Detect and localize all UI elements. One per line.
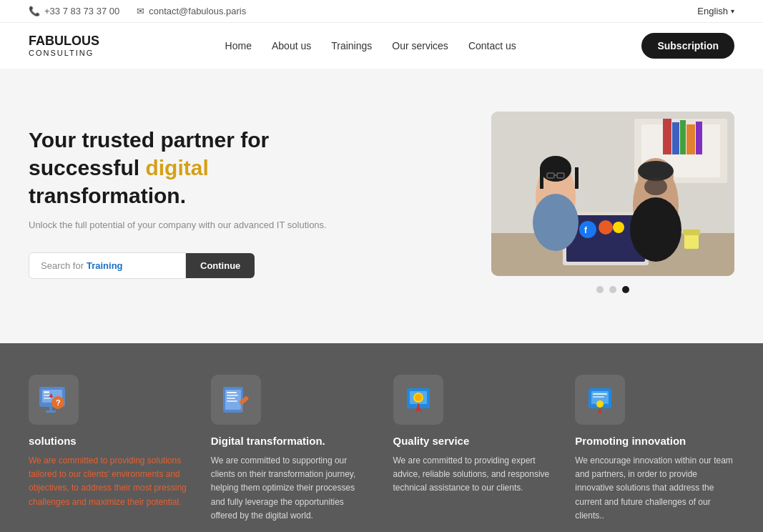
hero-text: Your trusted partner for successful digi… (29, 112, 372, 279)
svg-point-28 (644, 178, 667, 195)
nav-about[interactable]: About us (272, 40, 311, 51)
carousel-dot-1[interactable] (596, 286, 604, 293)
svg-rect-58 (593, 393, 607, 395)
svg-point-12 (579, 221, 596, 238)
hero-section: Your trusted partner for successful digi… (0, 69, 763, 322)
digital-icon (220, 384, 252, 415)
svg-rect-31 (683, 230, 700, 235)
feature-title-solutions: solutions (29, 435, 77, 447)
svg-rect-40 (46, 410, 56, 413)
language-label: English (697, 6, 728, 16)
svg-point-15 (613, 222, 624, 233)
svg-rect-36 (44, 398, 51, 399)
search-display[interactable]: Search for Training (29, 252, 186, 279)
chevron-down-icon: ▾ (731, 7, 734, 15)
feature-title-quality: Quality service (393, 435, 470, 447)
digital-icon-wrap (211, 375, 261, 425)
svg-rect-19 (540, 167, 543, 189)
language-selector[interactable]: English ▾ (697, 6, 734, 16)
solutions-icon: ? (38, 384, 69, 415)
phone-info: 📞 +33 7 83 73 37 00 (29, 6, 119, 16)
svg-point-29 (630, 197, 681, 262)
hero-image: f (491, 112, 734, 276)
feature-card-quality: Quality service We are committed to prov… (393, 375, 553, 523)
header: FABULOUS CONSULTING Home About us Traini… (0, 23, 763, 69)
email-address: contact@fabulous.paris (149, 6, 246, 16)
svg-point-27 (638, 161, 674, 181)
feature-desc-digital: We are committed to supporting our clien… (211, 454, 370, 523)
hero-image-section: f (491, 112, 734, 293)
hero-title-highlight: digital (145, 156, 208, 179)
phone-icon: 📞 (29, 6, 40, 16)
svg-rect-5 (672, 122, 679, 154)
innovation-icon (584, 384, 616, 415)
main-nav: Home About us Trainings Our services Con… (225, 40, 516, 51)
svg-marker-61 (598, 408, 602, 414)
carousel-dots (491, 286, 734, 293)
feature-title-innovation: Promoting innovation (575, 435, 686, 447)
top-bar: 📞 +33 7 83 73 37 00 ✉ contact@fabulous.p… (0, 0, 763, 23)
quality-icon (403, 384, 434, 415)
svg-text:?: ? (56, 398, 61, 407)
feature-title-digital: Digital transformation. (211, 435, 325, 447)
continue-button[interactable]: Continue (186, 253, 255, 278)
svg-rect-45 (227, 395, 238, 396)
hero-title: Your trusted partner for successful digi… (29, 126, 372, 210)
feature-desc-innovation: We encourage innovation within our team … (575, 454, 734, 523)
svg-point-18 (540, 156, 571, 182)
svg-rect-46 (227, 398, 235, 399)
svg-rect-4 (663, 119, 671, 154)
logo-sub: CONSULTING (29, 49, 99, 57)
nav-services[interactable]: Our services (392, 40, 448, 51)
svg-rect-47 (227, 400, 237, 402)
carousel-dot-3[interactable] (622, 286, 629, 293)
feature-card-digital: Digital transformation. We are committed… (211, 375, 370, 523)
feature-desc-quality: We are committed to providing expert adv… (393, 454, 553, 496)
features-section: ? solutions We are committed to providin… (0, 343, 763, 532)
svg-rect-44 (227, 392, 237, 393)
svg-rect-7 (686, 124, 695, 154)
hero-subtitle: Unlock the full potential of your compan… (29, 218, 372, 232)
feature-card-solutions: ? solutions We are committed to providin… (29, 375, 188, 523)
svg-rect-8 (696, 122, 702, 154)
email-icon: ✉ (137, 6, 144, 16)
search-training-word: Training (87, 260, 123, 271)
logo-main: FABULOUS (29, 34, 99, 49)
svg-rect-34 (44, 391, 49, 393)
subscription-button[interactable]: Subscription (641, 33, 734, 59)
email-info: ✉ contact@fabulous.paris (137, 6, 246, 16)
svg-point-53 (415, 394, 422, 401)
nav-home[interactable]: Home (225, 40, 252, 51)
hero-title-after: transformation. (29, 184, 186, 207)
svg-rect-6 (680, 120, 686, 154)
feature-card-innovation: Promoting innovation We encourage innova… (575, 375, 734, 523)
nav-trainings[interactable]: Trainings (331, 40, 372, 51)
svg-rect-20 (575, 167, 579, 189)
svg-point-60 (596, 400, 604, 408)
feature-desc-solutions: We are committed to providing solutions … (29, 454, 188, 509)
hero-search-bar: Search for Training Continue (29, 252, 372, 279)
svg-point-14 (599, 220, 613, 235)
svg-point-24 (533, 194, 579, 251)
quality-icon-wrap (393, 375, 443, 425)
logo: FABULOUS CONSULTING (29, 34, 99, 57)
svg-rect-30 (684, 233, 699, 249)
svg-rect-59 (593, 396, 604, 398)
solutions-icon-wrap: ? (29, 375, 79, 425)
hero-image-svg: f (491, 112, 734, 276)
phone-number: +33 7 83 73 37 00 (44, 6, 119, 16)
nav-contact[interactable]: Contact us (468, 40, 516, 51)
carousel-dot-2[interactable] (609, 286, 616, 293)
innovation-icon-wrap (575, 375, 625, 425)
top-bar-left: 📞 +33 7 83 73 37 00 ✉ contact@fabulous.p… (29, 6, 246, 16)
features-inner: ? solutions We are committed to providin… (29, 375, 734, 523)
